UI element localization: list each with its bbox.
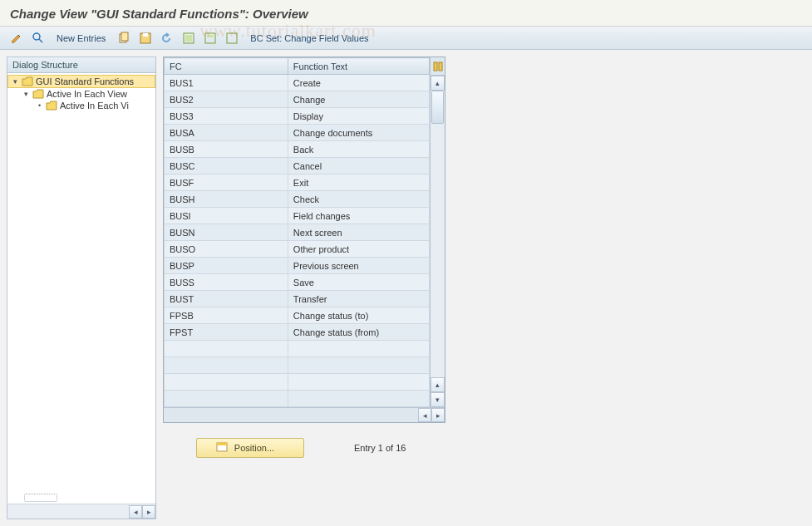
cell-function-text[interactable]: Save xyxy=(288,274,429,291)
cell-function-text[interactable] xyxy=(288,341,429,357)
cell-fc[interactable] xyxy=(165,374,288,391)
tree-collapse-icon[interactable]: ▾ xyxy=(22,91,30,98)
toggle-display-change-icon[interactable] xyxy=(8,30,25,47)
table-vertical-scrollbar[interactable]: ▴ ▴ ▾ xyxy=(430,57,445,407)
cell-fc[interactable]: BUSC xyxy=(165,158,288,175)
sidebar-horizontal-scrollbar[interactable]: ◂ ▸ xyxy=(7,504,155,519)
cell-fc[interactable]: FPST xyxy=(165,324,288,341)
select-block-icon[interactable] xyxy=(202,30,219,47)
cell-fc[interactable] xyxy=(165,391,288,407)
cell-function-text[interactable]: Change status (from) xyxy=(288,324,429,341)
cell-fc[interactable]: BUSA xyxy=(165,125,288,141)
cell-fc[interactable]: BUST xyxy=(165,291,288,307)
find-icon[interactable] xyxy=(30,30,47,47)
cell-function-text[interactable] xyxy=(288,374,429,391)
cell-fc[interactable]: BUSP xyxy=(165,258,288,274)
cell-function-text[interactable]: Other product xyxy=(288,241,429,258)
cell-fc[interactable]: BUSI xyxy=(165,208,288,224)
scroll-up2-icon[interactable]: ▴ xyxy=(431,377,445,392)
cell-function-text[interactable]: Field changes xyxy=(288,208,429,224)
table-row[interactable]: BUSSSave xyxy=(165,274,430,291)
position-button[interactable]: Position... xyxy=(196,438,304,458)
svg-rect-12 xyxy=(439,62,442,71)
column-header-fc[interactable]: FC xyxy=(165,58,288,75)
cell-function-text[interactable]: Change xyxy=(288,91,429,108)
tree-node-label: Active In Each Vi xyxy=(60,101,129,111)
cell-fc[interactable] xyxy=(165,341,288,357)
bc-set-button[interactable]: BC Set: Change Field Values xyxy=(245,33,373,43)
table-row[interactable]: BUSPPrevious screen xyxy=(165,258,430,274)
table-row[interactable]: BUSHCheck xyxy=(165,191,430,208)
table-row-empty[interactable] xyxy=(165,374,430,391)
table-row-empty[interactable] xyxy=(165,391,430,407)
table-row[interactable]: BUS3Display xyxy=(165,108,430,125)
copy-as-icon[interactable] xyxy=(116,30,132,47)
cell-fc[interactable]: BUS1 xyxy=(165,75,288,91)
scroll-right-icon[interactable]: ▸ xyxy=(431,408,445,422)
table-row-empty[interactable] xyxy=(165,357,430,374)
table-row[interactable]: FPSTChange status (from) xyxy=(165,324,430,341)
table-row[interactable]: BUSAChange documents xyxy=(165,125,430,141)
column-header-function-text[interactable]: Function Text xyxy=(288,58,429,75)
save-icon[interactable] xyxy=(137,30,154,47)
table-row[interactable]: BUSNNext screen xyxy=(165,224,430,241)
sidebar-resize-handle[interactable] xyxy=(24,494,57,502)
cell-function-text[interactable]: Change documents xyxy=(288,125,429,141)
table-row-empty[interactable] xyxy=(165,341,430,357)
scroll-up-icon[interactable]: ▴ xyxy=(431,76,445,91)
cell-function-text[interactable]: Back xyxy=(288,141,429,158)
scroll-down-icon[interactable]: ▾ xyxy=(431,392,445,407)
cell-function-text[interactable]: Change status (to) xyxy=(288,307,429,324)
tree-node-label: Active In Each View xyxy=(47,89,127,99)
table-row[interactable]: BUSBBack xyxy=(165,141,430,158)
cell-function-text[interactable]: Next screen xyxy=(288,224,429,241)
cell-function-text[interactable]: Exit xyxy=(288,175,429,191)
cell-function-text[interactable]: Cancel xyxy=(288,158,429,175)
tree-node-gui-standard-functions[interactable]: ▾ GUI Standard Functions xyxy=(7,75,155,88)
dialog-structure-tree[interactable]: ▾ GUI Standard Functions ▾ Active In Eac… xyxy=(7,73,155,492)
cell-fc[interactable] xyxy=(165,357,288,374)
position-label: Position... xyxy=(234,443,274,453)
folder-icon xyxy=(46,101,57,111)
table-row[interactable]: BUSFExit xyxy=(165,175,430,191)
undo-icon[interactable] xyxy=(159,30,175,47)
cell-function-text[interactable]: Transfer xyxy=(288,291,429,307)
select-all-icon[interactable] xyxy=(180,30,197,47)
new-entries-button[interactable]: New Entries xyxy=(52,33,111,43)
scroll-right-icon[interactable]: ▸ xyxy=(142,505,155,519)
cell-fc[interactable]: BUSF xyxy=(165,175,288,191)
svg-rect-7 xyxy=(185,35,192,42)
table-row[interactable]: BUS1Create xyxy=(165,75,430,91)
table-horizontal-scrollbar[interactable]: ◂ ▸ xyxy=(164,407,445,422)
scroll-left-icon[interactable]: ◂ xyxy=(418,408,431,422)
cell-fc[interactable]: BUSO xyxy=(165,241,288,258)
cell-fc[interactable]: BUSN xyxy=(165,224,288,241)
configure-columns-icon[interactable] xyxy=(431,57,445,76)
table-row[interactable]: BUSTTransfer xyxy=(165,291,430,307)
deselect-all-icon[interactable] xyxy=(224,30,240,47)
svg-rect-5 xyxy=(143,33,148,37)
scroll-track[interactable] xyxy=(431,91,445,377)
scroll-left-icon[interactable]: ◂ xyxy=(129,505,142,519)
cell-fc[interactable]: BUSS xyxy=(165,274,288,291)
cell-function-text[interactable]: Previous screen xyxy=(288,258,429,274)
table-row[interactable]: BUSCCancel xyxy=(165,158,430,175)
cell-fc[interactable]: BUSH xyxy=(165,191,288,208)
cell-function-text[interactable]: Check xyxy=(288,191,429,208)
table-row[interactable]: FPSBChange status (to) xyxy=(165,307,430,324)
table-row[interactable]: BUSOOther product xyxy=(165,241,430,258)
cell-fc[interactable]: FPSB xyxy=(165,307,288,324)
cell-function-text[interactable]: Create xyxy=(288,75,429,91)
cell-function-text[interactable] xyxy=(288,357,429,374)
table-row[interactable]: BUSIField changes xyxy=(165,208,430,224)
tree-node-active-in-each-view[interactable]: ▾ Active In Each View xyxy=(7,88,155,100)
cell-fc[interactable]: BUS3 xyxy=(165,108,288,125)
cell-fc[interactable]: BUS2 xyxy=(165,91,288,108)
tree-node-active-in-each-view-child[interactable]: • Active In Each Vi xyxy=(7,100,155,111)
table-row[interactable]: BUS2Change xyxy=(165,91,430,108)
cell-function-text[interactable] xyxy=(288,391,429,407)
cell-fc[interactable]: BUSB xyxy=(165,141,288,158)
scroll-thumb[interactable] xyxy=(431,91,444,124)
cell-function-text[interactable]: Display xyxy=(288,108,429,125)
tree-collapse-icon[interactable]: ▾ xyxy=(12,78,19,86)
